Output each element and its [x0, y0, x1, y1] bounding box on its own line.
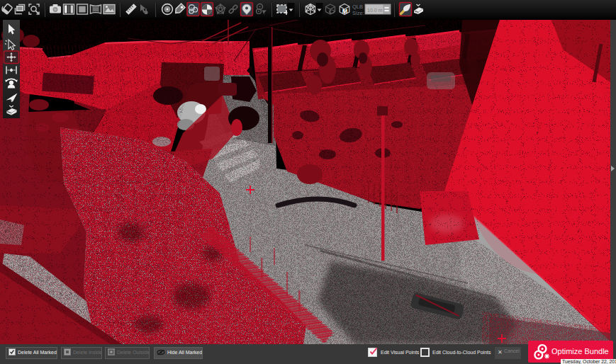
svg-text:10.0 m: 10.0 m — [367, 8, 383, 13]
svg-text:M: M — [342, 8, 348, 15]
svg-text:QLB: QLB — [352, 4, 363, 10]
svg-text:Size:: Size: — [352, 10, 364, 16]
